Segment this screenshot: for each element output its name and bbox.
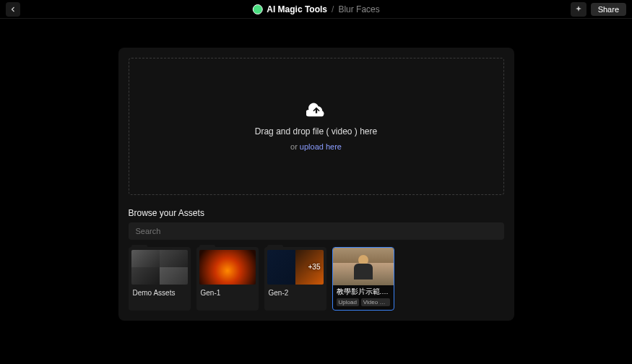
folder-demo-assets[interactable]: Demo Assets bbox=[129, 247, 191, 311]
video-tag-upload: Upload bbox=[337, 298, 359, 306]
breadcrumb-separator: / bbox=[332, 4, 334, 14]
folder-gen-2[interactable]: +35 Gen-2 bbox=[264, 247, 326, 311]
folder-label: Gen-2 bbox=[267, 289, 324, 298]
arrow-left-icon bbox=[9, 5, 17, 14]
dropzone-text: Drag and drop file ( video ) here bbox=[255, 126, 377, 136]
folder-label: Gen-1 bbox=[199, 289, 256, 298]
back-button[interactable] bbox=[6, 2, 20, 17]
video-filename: 教學影片示範.mov bbox=[337, 287, 390, 297]
app-logo-icon bbox=[252, 4, 262, 14]
upload-link[interactable]: upload here bbox=[300, 142, 342, 151]
share-button[interactable]: Share bbox=[591, 3, 626, 16]
dropzone-subtext: or upload here bbox=[290, 142, 342, 151]
breadcrumb: AI Magic Tools / Blur Faces bbox=[252, 4, 380, 14]
breadcrumb-page: Blur Faces bbox=[338, 4, 379, 14]
search-input[interactable] bbox=[129, 222, 504, 240]
video-thumbnail bbox=[333, 248, 394, 285]
video-tag-type: Video 1… bbox=[361, 298, 390, 306]
count-badge: +35 bbox=[308, 263, 321, 271]
breadcrumb-home[interactable]: AI Magic Tools bbox=[267, 4, 327, 14]
cloud-upload-icon bbox=[306, 102, 326, 121]
video-asset-card[interactable]: 教學影片示範.mov Upload Video 1… bbox=[332, 247, 394, 311]
sparkle-icon bbox=[574, 5, 583, 14]
file-dropzone[interactable]: Drag and drop file ( video ) here or upl… bbox=[129, 58, 504, 195]
browse-assets-label: Browse your Assets bbox=[129, 208, 504, 218]
sparkle-button[interactable] bbox=[571, 2, 586, 17]
folder-gen-1[interactable]: Gen-1 bbox=[196, 247, 259, 311]
main-panel: Drag and drop file ( video ) here or upl… bbox=[118, 48, 514, 321]
assets-row: Demo Assets Gen-1 +35 Gen-2 教學影片示範.mov U… bbox=[129, 247, 504, 311]
folder-label: Demo Assets bbox=[131, 289, 188, 298]
